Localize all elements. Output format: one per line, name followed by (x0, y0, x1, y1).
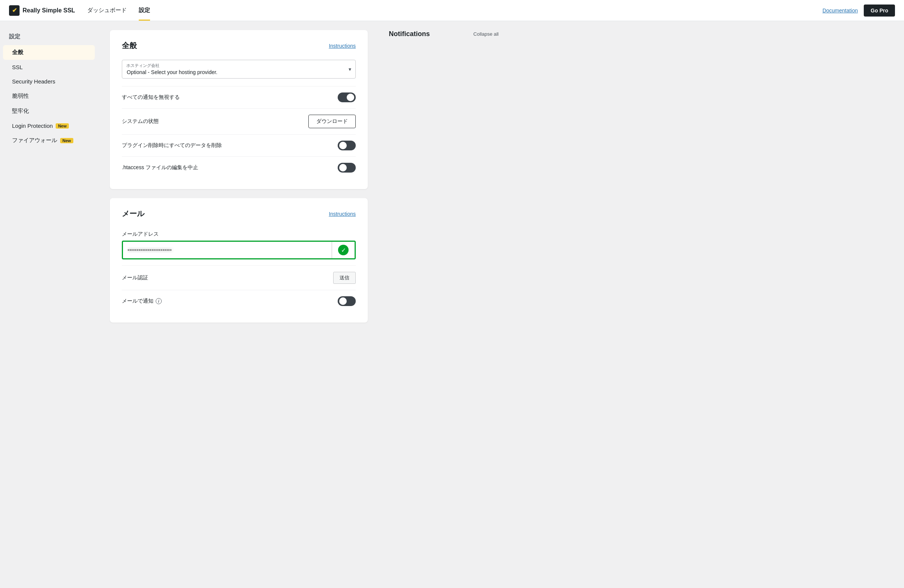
notifications-title: Notifications (389, 30, 430, 38)
documentation-link[interactable]: Documentation (822, 8, 858, 14)
ignore-notifications-label: すべての通知を無視する (122, 94, 180, 101)
sidebar-item-login-protection[interactable]: Login Protection New (3, 119, 95, 133)
mail-card-title: メール (122, 209, 144, 219)
delete-data-label: プラグイン削除時にすべてのデータを削除 (122, 142, 222, 149)
check-icon: ✓ (338, 245, 349, 255)
tab-settings[interactable]: 設定 (139, 0, 150, 21)
firewall-badge: New (60, 138, 73, 143)
logo: ✔ Really Simple SSL (9, 5, 75, 16)
app-header: ✔ Really Simple SSL ダッシュボード 設定 Documenta… (0, 0, 904, 21)
notifications-panel: Notifications Collapse all (380, 21, 508, 588)
sidebar-item-hardening[interactable]: 堅牢化 (3, 104, 95, 119)
mail-card: メール Instructions メールアドレス ✓ メール認証 送信 (110, 198, 368, 322)
sidebar-section-title: 設定 (0, 30, 98, 45)
ignore-notifications-toggle[interactable] (338, 92, 356, 102)
system-status-label: システムの状態 (122, 118, 159, 125)
stop-htaccess-row: .htaccess ファイルの編集を中止 (122, 156, 356, 179)
send-button[interactable]: 送信 (333, 272, 356, 284)
sidebar-item-vulnerability[interactable]: 脆弱性 (3, 89, 95, 103)
hosting-label: ホスティング会社 (126, 63, 160, 68)
logo-icon: ✔ (9, 5, 19, 16)
notifications-header: Notifications Collapse all (389, 30, 499, 38)
general-card-header: 全般 Instructions (122, 41, 356, 51)
main-content: 全般 Instructions ホスティング会社 Optional - Sele… (98, 21, 380, 588)
header-right: Documentation Go Pro (822, 5, 895, 17)
email-input-wrapper: ✓ (122, 240, 356, 259)
sidebar-item-security-headers[interactable]: Security Headers (3, 74, 95, 89)
sidebar: 設定 全般 SSL Security Headers 脆弱性 堅牢化 Login… (0, 21, 98, 588)
mail-verify-row: メール認証 送信 (122, 266, 356, 290)
tab-dashboard[interactable]: ダッシュボード (87, 0, 127, 21)
stop-htaccess-label: .htaccess ファイルの編集を中止 (122, 164, 198, 171)
mail-instructions-link[interactable]: Instructions (329, 211, 356, 217)
download-button[interactable]: ダウンロード (308, 115, 356, 128)
email-input[interactable] (123, 243, 332, 257)
email-confirm-button[interactable]: ✓ (332, 242, 355, 258)
login-protection-badge: New (56, 123, 69, 129)
logo-text: Really Simple SSL (22, 7, 75, 14)
collapse-all-link[interactable]: Collapse all (473, 31, 499, 37)
system-status-row: システムの状態 ダウンロード (122, 108, 356, 134)
page-layout: 設定 全般 SSL Security Headers 脆弱性 堅牢化 Login… (0, 21, 904, 588)
email-address-label: メールアドレス (122, 231, 356, 238)
hosting-select-wrapper: ホスティング会社 Optional - Select your hosting … (122, 60, 356, 79)
info-icon: i (156, 298, 162, 304)
mail-notify-label-wrapper: メールで通知 i (122, 298, 162, 305)
mail-notify-label: メールで通知 (122, 298, 153, 305)
general-card: 全般 Instructions ホスティング会社 Optional - Sele… (110, 30, 368, 189)
sidebar-item-ssl[interactable]: SSL (3, 60, 95, 74)
ignore-notifications-row: すべての通知を無視する (122, 86, 356, 108)
email-address-section: メールアドレス ✓ (122, 228, 356, 266)
mail-verify-label: メール認証 (122, 275, 148, 281)
general-instructions-link[interactable]: Instructions (329, 43, 356, 49)
general-card-title: 全般 (122, 41, 137, 51)
sidebar-item-general[interactable]: 全般 (3, 45, 95, 60)
stop-htaccess-toggle[interactable] (338, 163, 356, 172)
mail-card-header: メール Instructions (122, 209, 356, 219)
main-nav: ダッシュボード 設定 (87, 0, 150, 21)
delete-data-row: プラグイン削除時にすべてのデータを削除 (122, 134, 356, 156)
mail-notify-row: メールで通知 i (122, 290, 356, 312)
delete-data-toggle[interactable] (338, 141, 356, 150)
sidebar-item-firewall[interactable]: ファイアウォール New (3, 133, 95, 148)
go-pro-button[interactable]: Go Pro (864, 5, 895, 17)
mail-notify-toggle[interactable] (338, 296, 356, 306)
